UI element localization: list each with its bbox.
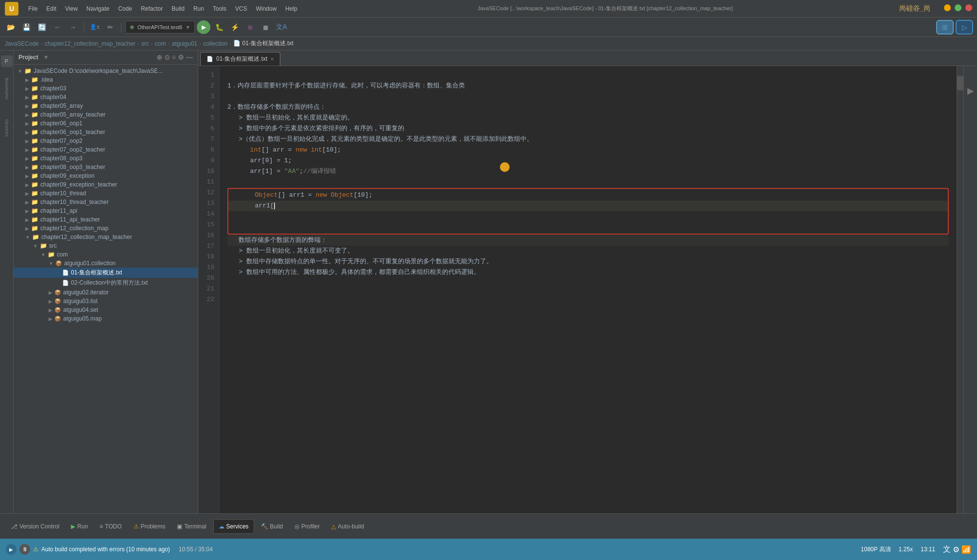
bottom-tab-problems[interactable]: ⚠ Problems — [129, 519, 171, 534]
menu-tools[interactable]: Tools — [209, 3, 230, 14]
breadcrumb-root[interactable]: JavaSECode — [5, 40, 39, 47]
tree-item-ch05-array-t[interactable]: ▶ 📁 chapter05_array_teacher — [14, 110, 198, 119]
bottom-tab-terminal[interactable]: ▣ Terminal — [172, 519, 211, 534]
project-panel-header: Project ▼ ⊕ ⊙ ≡ ⚙ — — [14, 51, 198, 65]
editor-scrollbar[interactable] — [957, 66, 963, 513]
bookmarks-tab-button[interactable]: Bookmarks — [1, 72, 13, 106]
menu-navigate[interactable]: Navigate — [83, 3, 113, 14]
tree-item-ch12-col-t[interactable]: ▼ 📁 chapter12_collection_map_teacher — [14, 233, 198, 241]
screen-record-button-1[interactable]: ⊞ — [936, 20, 954, 34]
tree-item-ch11-api[interactable]: ▶ 📁 chapter11_api — [14, 206, 198, 215]
tree-item-ch10-thread-t[interactable]: ▶ 📁 chapter10_thread_teacher — [14, 198, 198, 206]
status-play-button[interactable]: ▶ — [6, 544, 17, 555]
tree-item-atguigu04[interactable]: ▶ 📦 atguigu04.set — [14, 305, 198, 314]
tree-item-ch09-exc-t[interactable]: ▶ 📁 chapter09_exception_teacher — [14, 180, 198, 189]
toolbar-refactor-button[interactable]: ✏ — [103, 20, 117, 34]
menu-build[interactable]: Build — [168, 3, 189, 14]
wifi-icon[interactable]: 📶 — [961, 545, 971, 554]
tree-item-ch10-thread[interactable]: ▶ 📁 chapter10_thread — [14, 189, 198, 198]
translate-button[interactable]: 文A — [274, 20, 288, 34]
tree-item-ch07-oop2-t[interactable]: ▶ 📁 chapter07_oop2_teacher — [14, 145, 198, 154]
toolbar-sync-button[interactable]: 🔄 — [35, 20, 49, 34]
tree-item-ch04[interactable]: ▶ 📁 chapter04 — [14, 93, 198, 102]
tree-item-ch12-col[interactable]: ▶ 📁 chapter12_collection_map — [14, 224, 198, 233]
menu-window[interactable]: Window — [252, 3, 281, 14]
close-button[interactable] — [965, 4, 972, 11]
project-panel: Project ▼ ⊕ ⊙ ≡ ⚙ — ▼ 📁 JavaSECode D:\co… — [14, 51, 198, 513]
tree-item-ch06-oop1[interactable]: ▶ 📁 chapter06_oop1 — [14, 119, 198, 128]
build-run-button[interactable]: ⚡ — [228, 20, 241, 34]
toolbar-forward-button[interactable]: → — [66, 20, 80, 34]
bottom-tab-run[interactable]: ▶ Run — [66, 519, 93, 534]
tree-item-src[interactable]: ▼ 📁 src — [14, 241, 198, 250]
toolbar-back-button[interactable]: ← — [51, 20, 64, 34]
project-tab-button[interactable]: P — [1, 55, 13, 67]
lang-icon[interactable]: 文 — [943, 544, 951, 555]
minimize-button[interactable] — [944, 4, 951, 11]
bottom-tab-profiler[interactable]: ◎ Profiler — [290, 519, 325, 534]
menu-help[interactable]: Help — [281, 3, 301, 14]
menu-view[interactable]: View — [61, 3, 82, 14]
tree-item-atguigu03[interactable]: ▶ 📦 atguigu03.list — [14, 297, 198, 305]
toolbar-open-button[interactable]: 📂 — [4, 20, 17, 34]
screen-record-button-2[interactable]: ▷ — [956, 20, 973, 34]
tree-item-idea[interactable]: ▶ 📁 .idea — [14, 75, 198, 84]
breadcrumb-collection[interactable]: collection — [203, 40, 227, 47]
tree-item-ch03[interactable]: ▶ 📁 chapter03 — [14, 84, 198, 93]
bottom-tab-auto-build[interactable]: △ Auto-build — [326, 519, 369, 534]
menu-code[interactable]: Code — [114, 3, 136, 14]
tree-item-file-02[interactable]: ▶ 📄 02-Collection中的常用方法.txt — [14, 278, 198, 288]
breadcrumb-com[interactable]: com — [155, 40, 166, 47]
run-config-dropdown[interactable]: ◉ OtherAPITest.test6 ▼ — [125, 21, 195, 34]
status-warning-icon: ⚠ — [33, 546, 38, 553]
toolbar-git-button[interactable]: 👤± — [88, 20, 102, 34]
bottom-tab-todo[interactable]: ≡ TODO — [95, 519, 126, 534]
editor-content[interactable]: 1．内存层面需要针对于多个数据进行存储。此时，可以考虑的容器有：数组、集合类 2… — [220, 66, 957, 513]
right-expand-button[interactable]: ▶ — [967, 85, 974, 96]
toolbar-save-button[interactable]: 💾 — [19, 20, 33, 34]
tree-item-atguigu05[interactable]: ▶ 📦 atguigu05.map — [14, 314, 198, 323]
collapse-icon[interactable]: ≡ — [172, 53, 176, 61]
tree-item-ch08-oop3[interactable]: ▶ 📁 chapter08_oop3 — [14, 154, 198, 163]
tree-item-ch06-oop1-t[interactable]: ▶ 📁 chapter06_oop1_teacher — [14, 128, 198, 136]
bottom-tab-version-control[interactable]: ⎇ Version Control — [6, 519, 64, 534]
scroll-to-icon[interactable]: ⊙ — [164, 53, 170, 61]
maximize-button[interactable] — [955, 4, 961, 11]
tree-item-ch05-array[interactable]: ▶ 📁 chapter05_array — [14, 102, 198, 110]
tree-item-ch09-exc[interactable]: ▶ 📁 chapter09_exception — [14, 171, 198, 180]
project-dropdown-arrow[interactable]: ▼ — [43, 54, 49, 61]
breadcrumb-file[interactable]: 📄 01-集合框架概述.txt — [233, 39, 293, 48]
tree-item-file-01[interactable]: ▶ 📄 01-集合框架概述.txt — [14, 268, 198, 278]
tree-item-com[interactable]: ▼ 📁 com — [14, 250, 198, 259]
coverage-button[interactable]: ⊕ — [243, 20, 257, 34]
run-button[interactable]: ▶ — [197, 20, 210, 34]
breadcrumb-atguigu[interactable]: atguigu01 — [172, 40, 198, 47]
stop-button[interactable]: ◼ — [259, 20, 273, 34]
menu-file[interactable]: File — [24, 3, 41, 14]
status-pause-button[interactable]: ⏸ — [19, 544, 30, 555]
tree-item-ch07-oop2[interactable]: ▶ 📁 chapter07_oop2 — [14, 136, 198, 145]
add-content-icon[interactable]: ⊕ — [156, 53, 162, 61]
structure-tab-button[interactable]: Structure — [1, 111, 13, 145]
tree-item-atguigu01[interactable]: ▼ 📦 atguigu01.collection — [14, 259, 198, 268]
title-bar: U File Edit View Navigate Code Refactor … — [0, 0, 977, 17]
settings-icon[interactable]: ⚙ — [178, 53, 184, 61]
menu-refactor[interactable]: Refactor — [137, 3, 167, 14]
tree-item-root[interactable]: ▼ 📁 JavaSECode D:\code\workspace_teach\J… — [14, 67, 198, 75]
bottom-tab-build[interactable]: 🔨 Build — [256, 519, 288, 534]
editor-tab-01[interactable]: 📄 01-集合框架概述.txt ✕ — [200, 52, 280, 66]
hide-panel-icon[interactable]: — — [186, 53, 193, 61]
close-tab-icon[interactable]: ✕ — [270, 56, 274, 62]
breadcrumb-src[interactable]: src — [141, 40, 149, 47]
scrollbar-thumb[interactable] — [957, 76, 963, 90]
bottom-tab-services[interactable]: ☁ Services — [213, 519, 254, 534]
menu-edit[interactable]: Edit — [42, 3, 60, 14]
debug-button[interactable]: 🐛 — [212, 20, 226, 34]
tree-item-ch08-oop3-t[interactable]: ▶ 📁 chapter08_oop3_teacher — [14, 163, 198, 171]
menu-vcs[interactable]: VCS — [231, 3, 251, 14]
tree-item-atguigu02[interactable]: ▶ 📦 atguigu02.iterator — [14, 288, 198, 297]
menu-run[interactable]: Run — [189, 3, 208, 14]
breadcrumb-chapter[interactable]: chapter12_collection_map_teacher — [45, 40, 136, 47]
tree-item-ch11-api-t[interactable]: ▶ 📁 chapter11_api_teacher — [14, 215, 198, 224]
settings-status-icon[interactable]: ⚙ — [953, 545, 960, 554]
